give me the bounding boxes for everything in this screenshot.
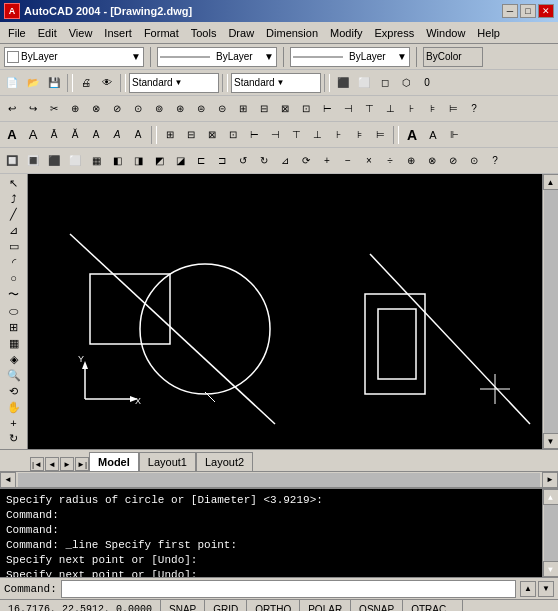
- tb4-22[interactable]: ⊘: [443, 151, 463, 171]
- tb3-text-d[interactable]: Ă: [65, 125, 85, 145]
- tab-last-button[interactable]: ►|: [75, 457, 89, 471]
- lt-pan[interactable]: ✋: [3, 400, 25, 415]
- lt-region[interactable]: ◈: [3, 352, 25, 367]
- tb3-11[interactable]: ⊨: [370, 125, 390, 145]
- menu-insert[interactable]: Insert: [98, 25, 138, 41]
- lt-zoom-prev[interactable]: ⟲: [3, 384, 25, 399]
- menu-file[interactable]: File: [2, 25, 32, 41]
- tab-layout1[interactable]: Layout1: [139, 452, 196, 471]
- menu-draw[interactable]: Draw: [222, 25, 260, 41]
- tb2-1[interactable]: ↩: [2, 99, 22, 119]
- tb4-6[interactable]: ◧: [107, 151, 127, 171]
- menu-dimension[interactable]: Dimension: [260, 25, 324, 41]
- lt-arc[interactable]: ◜: [3, 255, 25, 270]
- lt-ellipse[interactable]: ⬭: [3, 304, 25, 319]
- save-icon[interactable]: 💾: [44, 73, 64, 93]
- color2-dropdown[interactable]: ByLayer ▼: [290, 47, 410, 67]
- tb2-3[interactable]: ✂: [44, 99, 64, 119]
- tb4-24[interactable]: ?: [485, 151, 505, 171]
- menu-help[interactable]: Help: [471, 25, 506, 41]
- tb4-7[interactable]: ◨: [128, 151, 148, 171]
- tb3-text-e[interactable]: A: [86, 125, 106, 145]
- scroll-track-vertical[interactable]: [544, 190, 558, 433]
- drawing-canvas[interactable]: X Y: [28, 174, 542, 449]
- tb4-10[interactable]: ⊏: [191, 151, 211, 171]
- scroll-track-horizontal[interactable]: [18, 473, 540, 487]
- tool-c[interactable]: ◻: [375, 73, 395, 93]
- lt-3drotate[interactable]: ↻: [3, 431, 25, 446]
- command-input-field[interactable]: [61, 580, 516, 598]
- tb4-4[interactable]: ⬜: [65, 151, 85, 171]
- tb4-13[interactable]: ↻: [254, 151, 274, 171]
- snap-button[interactable]: SNAP: [161, 600, 205, 611]
- ortho-button[interactable]: ORTHO: [247, 600, 300, 611]
- tb2-17[interactable]: ⊣: [338, 99, 358, 119]
- tb4-16[interactable]: +: [317, 151, 337, 171]
- tb2-18[interactable]: ⊤: [359, 99, 379, 119]
- tb2-11[interactable]: ⊝: [212, 99, 232, 119]
- tb3-1[interactable]: ⊞: [160, 125, 180, 145]
- tb2-4[interactable]: ⊕: [65, 99, 85, 119]
- menu-express[interactable]: Express: [368, 25, 420, 41]
- tb3-a3[interactable]: ⊩: [444, 125, 464, 145]
- layer-check[interactable]: [7, 51, 19, 63]
- tab-model[interactable]: Model: [89, 452, 139, 471]
- scroll-left-button[interactable]: ◄: [0, 472, 16, 488]
- tb4-20[interactable]: ⊕: [401, 151, 421, 171]
- tb3-7[interactable]: ⊤: [286, 125, 306, 145]
- tb4-21[interactable]: ⊗: [422, 151, 442, 171]
- polar-button[interactable]: POLAR: [300, 600, 351, 611]
- cmd-scroll-down[interactable]: ▼: [543, 561, 559, 577]
- tb2-6[interactable]: ⊘: [107, 99, 127, 119]
- tb3-4[interactable]: ⊡: [223, 125, 243, 145]
- tb2-5[interactable]: ⊗: [86, 99, 106, 119]
- tb3-text-g[interactable]: A: [128, 125, 148, 145]
- tb3-2[interactable]: ⊟: [181, 125, 201, 145]
- tb3-6[interactable]: ⊣: [265, 125, 285, 145]
- color2-arrow[interactable]: ▼: [397, 51, 407, 62]
- tb4-5[interactable]: ▦: [86, 151, 106, 171]
- tb2-12[interactable]: ⊞: [233, 99, 253, 119]
- tb4-1[interactable]: 🔲: [2, 151, 22, 171]
- tb3-10[interactable]: ⊧: [349, 125, 369, 145]
- menu-format[interactable]: Format: [138, 25, 185, 41]
- tb2-8[interactable]: ⊚: [149, 99, 169, 119]
- text-style-2[interactable]: Standard ▼: [231, 73, 321, 93]
- lt-grid[interactable]: ⊞: [3, 320, 25, 335]
- print-icon[interactable]: 🖨: [76, 73, 96, 93]
- minimize-button[interactable]: ─: [502, 4, 518, 18]
- tb4-17[interactable]: −: [338, 151, 358, 171]
- tb4-23[interactable]: ⊙: [464, 151, 484, 171]
- tab-next-button[interactable]: ►: [60, 457, 74, 471]
- tb2-2[interactable]: ↪: [23, 99, 43, 119]
- restore-button[interactable]: □: [520, 4, 536, 18]
- tb4-14[interactable]: ⊿: [275, 151, 295, 171]
- layer-arrow[interactable]: ▼: [131, 51, 141, 62]
- tab-first-button[interactable]: |◄: [30, 457, 44, 471]
- tb3-9[interactable]: ⊦: [328, 125, 348, 145]
- lt-arrow[interactable]: ↖: [3, 176, 25, 191]
- tb2-21[interactable]: ⊧: [422, 99, 442, 119]
- cmd-scroll-track[interactable]: [544, 505, 558, 561]
- lt-circle[interactable]: ○: [3, 271, 25, 285]
- tool-b[interactable]: ⬜: [354, 73, 374, 93]
- menu-modify[interactable]: Modify: [324, 25, 368, 41]
- tb2-9[interactable]: ⊛: [170, 99, 190, 119]
- tb3-text-c[interactable]: Ā: [44, 125, 64, 145]
- text-style-1[interactable]: Standard ▼: [129, 73, 219, 93]
- tool-d[interactable]: ⬡: [396, 73, 416, 93]
- tb2-22[interactable]: ⊨: [443, 99, 463, 119]
- osnap-button[interactable]: OSNAP: [351, 600, 403, 611]
- tb2-19[interactable]: ⊥: [380, 99, 400, 119]
- lt-rect[interactable]: ▭: [3, 239, 25, 254]
- lt-spline[interactable]: 〜: [3, 286, 25, 303]
- tb3-a2[interactable]: A: [423, 125, 443, 145]
- layer-dropdown[interactable]: ByLayer ▼: [4, 47, 144, 67]
- menu-window[interactable]: Window: [420, 25, 471, 41]
- tb2-7[interactable]: ⊙: [128, 99, 148, 119]
- tb3-text-f[interactable]: A: [107, 125, 127, 145]
- color1-dropdown[interactable]: ByLayer ▼: [157, 47, 277, 67]
- tb2-15[interactable]: ⊡: [296, 99, 316, 119]
- lt-nav[interactable]: ⊕: [3, 447, 25, 449]
- lt-line[interactable]: ╱: [3, 207, 25, 222]
